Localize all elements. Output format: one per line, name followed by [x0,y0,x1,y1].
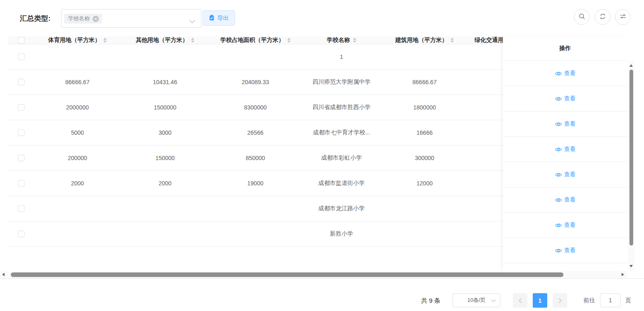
row-checkbox[interactable] [18,205,24,212]
search-button[interactable] [574,9,590,25]
select-all-cell [8,37,34,44]
table-cell: 四川师范大学附属中学 [301,78,382,86]
column-header-school-name[interactable]: 学校名称 [301,36,382,44]
view-action[interactable]: 查看 [555,196,576,204]
search-icon [578,13,585,22]
column-settings-button[interactable] [615,9,631,25]
chevron-right-icon [558,298,562,303]
chevron-down-icon [189,17,195,25]
selected-tag: 学校名称 ✕ [64,14,102,24]
row-checkbox[interactable] [18,180,24,187]
view-action[interactable]: 查看 [555,120,576,128]
column-header-other-area[interactable]: 其他用地（平方米） [120,36,210,44]
table-cell: 成都市七中育才学校... [301,129,382,136]
table-cell: 200000 [34,155,120,161]
refresh-icon [599,13,606,22]
chevron-down-icon [491,299,496,302]
export-icon [209,15,215,22]
table-cell: 19000 [210,180,301,187]
table-cell: 四川省成都市胜西小学 [301,104,382,111]
table-cell: 2000000 [34,104,120,111]
table-cell: 86666.67 [34,79,120,85]
table-cell: 2000 [34,180,120,187]
table-cell: 8300000 [210,104,301,111]
table-cell: 204089.33 [210,79,301,85]
column-header-total-area[interactable]: 学校占地面积（平方米） [210,36,301,44]
page-size-value: 10条/页 [467,296,485,304]
view-action[interactable]: 查看 [555,95,576,102]
horizontal-scrollbar-thumb[interactable] [11,272,563,277]
page-unit-label: 页 [625,293,631,308]
current-page-button[interactable]: 1 [533,293,547,308]
page-size-select[interactable]: 10条/页 [453,293,500,307]
scroll-down-arrow-icon[interactable] [629,265,633,267]
view-action[interactable]: 查看 [555,247,576,254]
row-checkbox[interactable] [18,79,24,85]
selected-tag-label: 学校名称 [68,15,90,22]
sort-caret-icon[interactable] [103,38,107,43]
table-cell: 86666.67 [382,79,467,85]
table-cell: 3000 [120,129,210,136]
table-cell: 1 [301,53,382,60]
chevron-left-icon [519,298,522,303]
table-bottom-border [0,278,644,279]
column-header-building-area[interactable]: 建筑用地（平方米） [382,36,467,44]
view-action[interactable]: 查看 [555,70,576,77]
scroll-up-arrow-icon[interactable] [629,64,633,67]
pagination-total: 共 9 条 [421,293,441,308]
goto-page-input[interactable] [600,293,621,307]
goto-label: 前往 [583,293,595,308]
vertical-scrollbar[interactable] [628,61,634,271]
sort-caret-icon[interactable] [287,38,291,43]
table-cell: 1500000 [120,104,210,111]
next-page-button[interactable] [553,293,567,308]
column-header-operations: 操作 [503,36,627,61]
table-cell: 成都市彩虹小学 [301,154,382,162]
table-cell: 12000 [382,180,467,187]
scroll-left-arrow-icon[interactable] [2,273,5,276]
table-cell: 2000 [120,180,210,187]
view-action[interactable]: 查看 [555,171,576,178]
row-checkbox[interactable] [18,155,24,161]
vertical-scrollbar-thumb[interactable] [629,70,633,245]
summary-type-select[interactable]: 学校名称 ✕ [61,9,201,28]
view-action[interactable]: 查看 [555,221,576,229]
column-header-sports-area[interactable]: 体育用地（平方米） [34,36,120,44]
row-checkbox[interactable] [18,53,24,60]
scroll-right-arrow-icon[interactable] [622,273,624,276]
table-cell: 26566 [210,129,301,136]
sort-caret-icon[interactable] [451,38,454,43]
page: 汇总类型: 学校名称 ✕ 导出 [0,0,644,311]
table-cell: 5000 [34,129,120,136]
sort-caret-icon[interactable] [191,38,194,43]
table-cell: 1800000 [382,104,467,111]
export-label: 导出 [217,15,229,22]
row-checkbox[interactable] [18,104,24,111]
summary-type-label: 汇总类型: [20,14,51,23]
refresh-button[interactable] [595,9,610,25]
table-cell: 150000 [120,155,210,161]
tag-close-icon[interactable]: ✕ [93,16,99,22]
table-cell: 成都市龙江路小学 [301,205,382,212]
table-cell: 16666 [382,129,467,136]
sort-caret-icon[interactable] [353,38,356,43]
horizontal-scrollbar[interactable] [0,271,627,278]
operation-settings-icon [620,13,627,22]
table-cell: 新胜小学 [301,230,382,238]
table-cell: 10431.46 [120,79,210,85]
table-cell: 成都市盐道街小学 [301,180,382,187]
table-cell: 300000 [382,155,467,161]
view-action[interactable]: 查看 [555,146,576,153]
export-button[interactable]: 导出 [203,10,235,26]
row-checkbox[interactable] [18,231,24,237]
table-cell: 850000 [210,155,301,161]
fixed-operations-column: 操作 查看 查看 查看 查看 查看 查看 查看 查看 [503,36,627,271]
prev-page-button[interactable] [513,293,527,308]
select-all-checkbox[interactable] [18,37,24,44]
row-checkbox[interactable] [18,129,24,136]
